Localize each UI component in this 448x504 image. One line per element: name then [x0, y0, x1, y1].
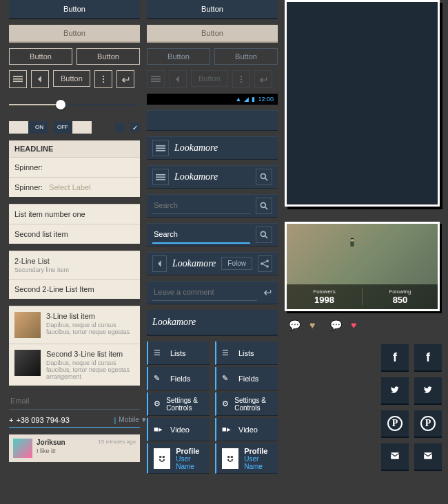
- photo-frame-empty: [285, 0, 440, 207]
- list-item-3line[interactable]: 3-Line list item Dapibus, neque id cursu…: [9, 306, 140, 344]
- phone-field[interactable]: [16, 416, 111, 424]
- back-icon[interactable]: [152, 255, 167, 272]
- brand-logo: Lookamore: [174, 143, 272, 154]
- menu-label: Video: [238, 426, 258, 434]
- photo-card: Folowers 1998 Folowing 850: [285, 222, 440, 311]
- primary-button-beige[interactable]: Button: [9, 25, 140, 43]
- headline: HEADLINE: [9, 140, 140, 157]
- outline-button-dark[interactable]: Button: [214, 48, 278, 65]
- settings-icon: ⚙: [154, 399, 161, 408]
- spinner-row-select[interactable]: Spinner: Select Label: [9, 177, 140, 197]
- outline-button-1[interactable]: Button: [9, 48, 72, 65]
- menu-item-fields[interactable]: ✎Fields: [215, 367, 278, 390]
- list-item-2line[interactable]: Second 2-Line List Item: [9, 279, 140, 299]
- stat-following[interactable]: Folowing 850: [363, 288, 438, 305]
- list-item-2line[interactable]: 2-Line List Secondary line item: [9, 251, 140, 279]
- thumbnail: [14, 312, 41, 338]
- facebook-button[interactable]: f: [381, 344, 409, 372]
- heart-icon-active[interactable]: ♥: [351, 319, 362, 330]
- primary-button-dark[interactable]: Button: [9, 0, 140, 19]
- menu-item-lists[interactable]: ☰Lists: [215, 342, 278, 365]
- email-field[interactable]: [9, 392, 140, 410]
- facebook-button[interactable]: f: [414, 344, 442, 372]
- menu-item-video[interactable]: ■▸Video: [215, 418, 278, 441]
- slider-thumb[interactable]: [56, 100, 65, 109]
- facebook-icon: f: [426, 350, 430, 365]
- svg-point-18: [261, 174, 265, 178]
- menu-item-fields[interactable]: ✎Fields: [147, 367, 210, 390]
- svg-rect-2: [13, 81, 23, 82]
- brand-logo: Lookamore: [152, 317, 196, 327]
- svg-rect-17: [156, 178, 165, 180]
- email-icon: [390, 450, 400, 464]
- menu-icon[interactable]: [152, 169, 169, 185]
- toggle-on[interactable]: ON: [9, 121, 48, 134]
- pinterest-button[interactable]: P: [414, 410, 442, 438]
- checkbox-checked[interactable]: ✓: [130, 123, 140, 132]
- search-input[interactable]: [152, 226, 250, 244]
- menu-label: Fields: [170, 375, 190, 383]
- outline-button-2[interactable]: Button: [77, 48, 140, 65]
- outline-button-dark[interactable]: Button: [147, 48, 210, 65]
- comment-icon-active[interactable]: 💬: [330, 319, 341, 330]
- twitter-button[interactable]: [381, 377, 409, 405]
- svg-rect-7: [151, 78, 161, 80]
- svg-point-11: [241, 81, 242, 83]
- email-button[interactable]: [381, 443, 409, 471]
- more-vertical-icon[interactable]: [94, 70, 112, 88]
- menu-item-settings[interactable]: ⚙Settings & Controls: [147, 392, 210, 416]
- list-item-3line[interactable]: Second 3-Line list item Dapibus, neque i…: [9, 344, 140, 386]
- search-icon[interactable]: [256, 169, 272, 185]
- search-input[interactable]: [152, 197, 250, 214]
- enter-icon[interactable]: [116, 70, 134, 88]
- svg-point-3: [103, 76, 104, 77]
- stat-followers[interactable]: Folowers 1998: [287, 288, 363, 305]
- status-bar: ▲ ◢ ▮ 12:00: [147, 94, 278, 105]
- list-item-title: 2-Line List: [14, 257, 134, 265]
- menu-icon: [147, 70, 165, 88]
- status-time: 12:00: [258, 96, 274, 103]
- search-icon[interactable]: [256, 198, 272, 214]
- comment-icon[interactable]: 💬: [289, 319, 300, 330]
- list-item[interactable]: Second list item: [9, 224, 140, 244]
- stat-label: Folowing: [363, 288, 438, 295]
- list-icon: ☰: [222, 348, 233, 357]
- menu-item-lists[interactable]: ☰Lists: [147, 342, 210, 365]
- svg-line-21: [265, 207, 268, 209]
- phone-type[interactable]: Mobile: [119, 416, 139, 423]
- twitter-button[interactable]: [414, 377, 442, 405]
- heart-icon[interactable]: ♥: [309, 319, 320, 330]
- back-icon[interactable]: [31, 70, 49, 88]
- pinterest-button[interactable]: P: [381, 410, 409, 438]
- primary-button-dark[interactable]: Button: [147, 0, 278, 19]
- follow-button[interactable]: Folow: [221, 257, 252, 270]
- share-icon[interactable]: [258, 255, 272, 272]
- primary-button-beige[interactable]: Button: [147, 25, 278, 43]
- svg-line-27: [263, 261, 267, 263]
- stat-value: 1998: [287, 295, 362, 305]
- small-button[interactable]: Button: [53, 70, 90, 87]
- menu-item-settings[interactable]: ⚙Settings & Controls: [215, 392, 278, 416]
- menu-item-profile[interactable]: ProfileUser Name: [215, 443, 278, 474]
- enter-icon[interactable]: [263, 287, 272, 298]
- email-button[interactable]: [414, 443, 442, 471]
- slider[interactable]: [9, 98, 140, 112]
- menu-icon[interactable]: [152, 140, 169, 156]
- brand-bar: Lookamore: [147, 310, 278, 336]
- menu-item-video[interactable]: ■▸Video: [147, 418, 210, 441]
- menu-item-profile[interactable]: ProfileUser Name: [147, 443, 210, 474]
- svg-point-30: [163, 456, 165, 457]
- checkbox-unchecked[interactable]: [115, 123, 125, 132]
- svg-point-34: [351, 239, 354, 242]
- search-icon[interactable]: [256, 227, 272, 243]
- menu-icon[interactable]: [9, 70, 27, 88]
- svg-rect-6: [151, 76, 161, 77]
- toggle-off[interactable]: OFF: [53, 121, 92, 134]
- spinner-row[interactable]: Spinner:: [9, 157, 140, 177]
- photo: Folowers 1998 Folowing 850: [285, 222, 440, 311]
- comment-input[interactable]: [152, 284, 257, 301]
- list-item[interactable]: List item number one: [9, 204, 140, 224]
- svg-point-5: [103, 81, 104, 83]
- toggle-knob: [9, 121, 28, 134]
- video-icon: ■▸: [154, 425, 165, 434]
